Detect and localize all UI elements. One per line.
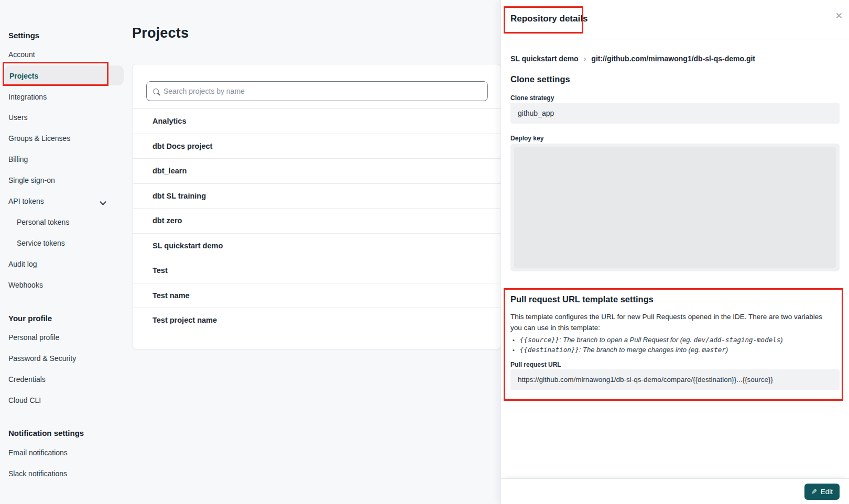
sidebar-notifications-heading: Notification settings [8,429,84,437]
bullet-destination-var: {{destination}} [520,345,579,355]
sidebar-item-personal-tokens[interactable]: Personal tokens [17,218,69,226]
sidebar-profile-heading: Your profile [8,314,52,323]
pencil-icon: ✎ [811,488,817,495]
panel-title: Repository details [510,14,587,24]
bullet-source-example: dev/add-staging-models [694,335,781,345]
project-row-dbt-sl-training[interactable]: dbt SL training [133,183,500,209]
sidebar-item-password-security[interactable]: Password & Security [8,354,76,363]
sidebar-item-single-sign-on[interactable]: Single sign-on [8,176,55,184]
deploy-key-redacted-value [514,147,836,268]
sidebar-item-billing[interactable]: Billing [8,155,28,163]
close-icon[interactable]: ✕ [835,12,843,20]
project-row-test[interactable]: Test [133,258,500,283]
bullet-source-suffix: ) [780,335,782,345]
project-row-dbt-learn[interactable]: dbt_learn [133,158,500,183]
sidebar-item-service-tokens[interactable]: Service tokens [17,239,65,247]
project-list: Analytics dbt Docs project dbt_learn dbt… [133,108,500,333]
sidebar-settings-heading: Settings [8,31,39,40]
project-row-test-name[interactable]: Test name [133,283,500,308]
breadcrumb-repo-url: git://github.com/mirnawong1/db-sl-qs-dem… [591,54,755,63]
bullet-destination-example: master [702,345,726,355]
bullet-dot-icon: • [513,345,515,355]
search-input[interactable] [164,87,481,95]
sidebar-item-webhooks[interactable]: Webhooks [8,281,43,289]
bullet-dot-icon: • [513,335,515,345]
breadcrumb-chevron-icon: › [584,54,586,63]
sidebar-item-groups-licenses[interactable]: Groups & Licenses [8,134,70,143]
project-row-dbt-docs-project[interactable]: dbt Docs project [133,134,500,159]
sidebar-item-users[interactable]: Users [8,113,28,122]
bullet-source-text: : The branch to open a Pull Request for … [559,335,694,345]
pr-template-bullets: • {{source}} : The branch to open a Pull… [513,335,783,355]
bullet-destination-text: : The branch to merge changes into (eg. [579,345,702,355]
sidebar-item-api-tokens[interactable]: API tokens [8,197,44,205]
project-row-test-project-name[interactable]: Test project name [133,308,500,333]
panel-header-divider [501,39,849,39]
sidebar-item-personal-profile[interactable]: Personal profile [8,333,59,342]
pr-template-heading: Pull request URL template settings [510,294,654,304]
deploy-key-label: Deploy key [510,135,543,142]
breadcrumb: SL quickstart demo › git://github.com/mi… [510,54,755,63]
clone-strategy-label: Clone strategy [510,94,554,102]
bullet-source-var: {{source}} [520,335,559,345]
clone-settings-heading: Clone settings [510,74,570,84]
pr-template-description: This template configures the URL for new… [510,311,834,333]
bullet-destination-suffix: ) [726,345,728,355]
projects-card: Analytics dbt Docs project dbt_learn dbt… [132,64,501,349]
panel-footer: ✎ Edit [501,478,849,504]
edit-button[interactable]: ✎ Edit [804,484,840,500]
sidebar-item-slack-notifications[interactable]: Slack notifications [8,469,67,478]
bullet-destination: • {{destination}} : The branch to merge … [513,345,783,355]
sidebar-item-projects[interactable]: Projects [9,72,38,80]
repository-details-panel: Repository details ✕ SL quickstart demo … [500,0,849,504]
page-title: Projects [132,25,189,41]
settings-sidebar: Settings Account Projects Integrations U… [0,0,126,504]
pr-url-value: https://github.com/mirnawong1/db-sl-qs-d… [510,369,840,390]
bullet-source: • {{source}} : The branch to open a Pull… [513,335,783,345]
chevron-down-icon[interactable] [100,199,106,205]
project-row-dbt-zero[interactable]: dbt zero [133,208,500,233]
pr-url-label: Pull request URL [510,361,561,368]
sidebar-item-account[interactable]: Account [8,50,35,59]
deploy-key-box [510,144,840,271]
project-search-box[interactable] [146,81,488,101]
sidebar-item-audit-log[interactable]: Audit log [8,260,37,268]
search-icon [153,89,159,94]
sidebar-item-integrations[interactable]: Integrations [8,93,47,101]
sidebar-item-credentials[interactable]: Credentials [8,375,46,384]
edit-button-label: Edit [821,488,833,496]
sidebar-item-email-notifications[interactable]: Email notifications [8,448,68,457]
project-row-sl-quickstart-demo[interactable]: SL quickstart demo [133,233,500,258]
clone-strategy-value: github_app [510,103,840,124]
breadcrumb-project: SL quickstart demo [510,54,579,63]
project-row-analytics[interactable]: Analytics [133,108,500,134]
sidebar-item-cloud-cli[interactable]: Cloud CLI [8,396,41,404]
